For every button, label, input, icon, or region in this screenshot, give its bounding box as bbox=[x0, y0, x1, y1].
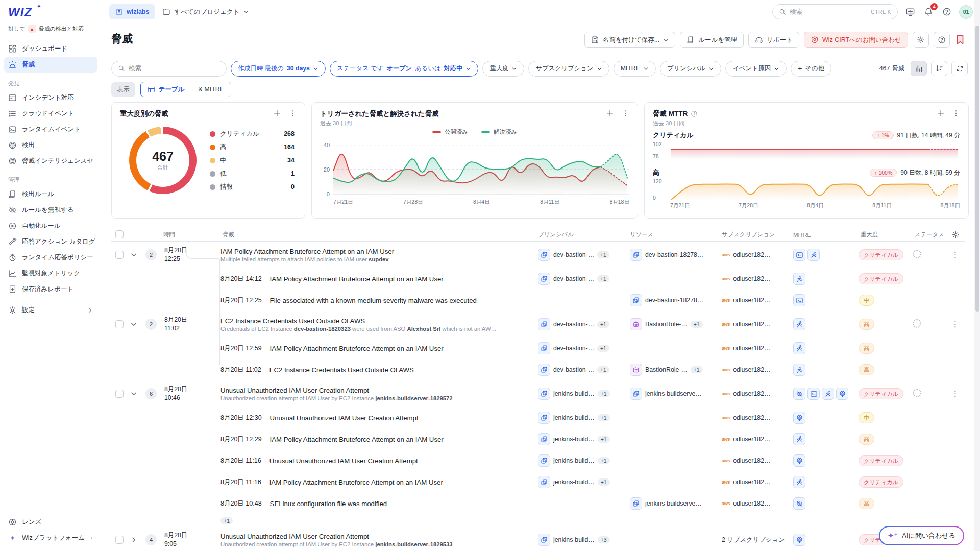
runner-icon[interactable] bbox=[793, 364, 805, 376]
threat-title[interactable]: SELinux configuration file was modified bbox=[270, 500, 387, 508]
threat-title[interactable]: EC2 Instance Credentials Used Outside Of… bbox=[270, 366, 414, 374]
credential-icon[interactable] bbox=[836, 388, 848, 400]
terminal-icon[interactable] bbox=[793, 294, 805, 306]
terminal-icon[interactable] bbox=[807, 388, 820, 400]
settings-button[interactable] bbox=[913, 32, 929, 48]
kebab-menu-icon[interactable]: ⋮ bbox=[946, 250, 965, 259]
sidebar-item[interactable]: ランタイムイベント bbox=[4, 122, 97, 137]
table-row-group[interactable]: 68月20日10:46Unusual Unauthorized IAM User… bbox=[111, 380, 965, 407]
activity-monitor-icon[interactable] bbox=[904, 6, 916, 18]
threat-title[interactable]: Unusual Unauthorized IAM User Creation A… bbox=[220, 533, 524, 540]
table-row[interactable]: 8月20日 10:48SELinux configuration file wa… bbox=[111, 493, 965, 514]
refresh-icon[interactable] bbox=[951, 61, 968, 76]
threat-title[interactable]: Unusual Unauthorized IAM User Creation A… bbox=[270, 457, 418, 465]
tab-table[interactable]: テーブル bbox=[140, 82, 192, 97]
runner-icon[interactable] bbox=[793, 433, 805, 445]
sidebar-item[interactable]: 検出ルール bbox=[4, 186, 97, 202]
table-row[interactable]: 8月20日 11:02EC2 Instance Credentials Used… bbox=[111, 359, 965, 380]
table-row[interactable]: 8月20日 12:25File associated with a known … bbox=[111, 290, 965, 311]
credential-icon[interactable] bbox=[793, 412, 805, 424]
table-row[interactable]: 8月20日 12:30Unusual Unauthorized IAM User… bbox=[111, 407, 965, 428]
threat-title[interactable]: IAM Policy Attachment Bruteforce Attempt… bbox=[270, 478, 443, 486]
runner-icon[interactable] bbox=[793, 342, 805, 354]
global-search[interactable]: CTRL K bbox=[772, 4, 898, 19]
avatar[interactable]: 01 bbox=[959, 5, 973, 19]
filter-pill[interactable]: +その他 bbox=[791, 61, 831, 77]
threat-title[interactable]: File associated with a known medium seve… bbox=[270, 297, 477, 304]
eye-off-icon[interactable] bbox=[793, 388, 805, 400]
sidebar-item[interactable]: 監視対象メトリック bbox=[4, 266, 97, 281]
help-button[interactable] bbox=[934, 32, 950, 48]
sidebar-item[interactable]: 脅威インテリジェンスセ bbox=[4, 153, 97, 169]
runner-icon[interactable] bbox=[793, 476, 805, 488]
row-checkbox[interactable] bbox=[115, 536, 124, 544]
threat-title[interactable]: Unusual Unauthorized IAM User Creation A… bbox=[270, 414, 419, 422]
sidebar-item[interactable]: ランタイム応答ポリシー bbox=[4, 250, 97, 266]
more-count-chip[interactable]: +1 bbox=[597, 275, 609, 282]
info-icon[interactable] bbox=[691, 110, 698, 117]
sidebar-item[interactable]: 応答アクション カタログ bbox=[4, 234, 97, 250]
threat-title[interactable]: EC2 Instance Credentials Used Outside Of… bbox=[220, 317, 524, 325]
filter-pill[interactable]: ステータス です オープン あるいは 対応中 bbox=[330, 61, 479, 77]
filter-pill[interactable]: プリンシパル bbox=[660, 61, 722, 77]
threat-title[interactable]: IAM Policy Attachment Bruteforce Attempt… bbox=[270, 345, 444, 352]
threat-title[interactable]: IAM Policy Attachment Bruteforce Attempt… bbox=[220, 248, 524, 255]
sidebar-item[interactable]: 設定 bbox=[4, 302, 97, 318]
chevron-down-icon[interactable] bbox=[127, 390, 141, 397]
legend-item[interactable]: クリティカル268 bbox=[210, 130, 295, 138]
legend-item[interactable]: 高164 bbox=[210, 143, 295, 152]
table-search[interactable] bbox=[111, 61, 227, 77]
more-count-chip[interactable]: +1 bbox=[597, 366, 609, 373]
bell-icon[interactable]: 4 bbox=[922, 6, 935, 18]
filter-pill[interactable]: MITRE bbox=[614, 61, 656, 77]
threat-title[interactable]: IAM Policy Attachment Bruteforce Attempt… bbox=[270, 275, 444, 283]
tab-mitre[interactable]: & MITRE bbox=[191, 82, 231, 97]
table-row[interactable]: 8月20日 11:16IAM Policy Attachment Brutefo… bbox=[111, 471, 965, 493]
table-row-group[interactable]: 48月20日9:05Unusual Unauthorized IAM User … bbox=[111, 526, 965, 551]
filter-pill[interactable]: イベント原因 bbox=[725, 61, 787, 77]
save-as-button[interactable]: 名前を付けて保存... bbox=[584, 32, 675, 48]
runner-icon[interactable] bbox=[807, 249, 820, 261]
kebab-menu-icon[interactable] bbox=[952, 109, 960, 117]
sidebar-item[interactable]: インシデント対応 bbox=[4, 90, 97, 106]
contact-cirt-button[interactable]: Wiz CIRTへのお問い合わせ bbox=[804, 32, 908, 48]
ask-ai-button[interactable]: ✦⁺AIに問い合わせる bbox=[879, 526, 964, 545]
sidebar-item[interactable]: 検出 bbox=[4, 137, 97, 153]
table-row[interactable]: +1 bbox=[111, 514, 965, 526]
chevron-right-icon[interactable] bbox=[127, 536, 141, 543]
table-row-group[interactable]: 28月20日12:25IAM Policy Attachment Brutefo… bbox=[111, 242, 965, 268]
threat-title[interactable]: Unusual Unauthorized IAM User Creation A… bbox=[220, 387, 524, 394]
terminal-icon[interactable] bbox=[793, 249, 805, 261]
chevron-down-icon[interactable] bbox=[127, 321, 141, 328]
select-all-checkbox[interactable] bbox=[115, 230, 124, 238]
more-count-chip[interactable]: +1 bbox=[598, 478, 610, 486]
kebab-menu-icon[interactable] bbox=[288, 109, 297, 117]
sidebar-footer-item[interactable]: レンズ bbox=[4, 514, 97, 530]
eye-off-icon[interactable] bbox=[793, 497, 805, 510]
more-count-chip[interactable]: +1 bbox=[597, 345, 609, 352]
credential-icon[interactable] bbox=[793, 534, 805, 546]
context-switcher[interactable]: 対して ▴ 脅威の検出と対応 bbox=[4, 19, 97, 36]
runner-icon[interactable] bbox=[793, 273, 805, 285]
sidebar-footer-item[interactable]: ✦Wizプラットフォーム bbox=[4, 530, 97, 546]
sidebar-item[interactable]: 保存済みレポート bbox=[4, 281, 97, 297]
more-count-chip[interactable]: +1 bbox=[597, 251, 609, 258]
sidebar-item[interactable]: ルールを無視する bbox=[4, 202, 97, 218]
global-search-input[interactable] bbox=[790, 8, 867, 15]
column-settings-icon[interactable] bbox=[952, 231, 960, 238]
table-row[interactable]: 8月20日 12:59IAM Policy Attachment Brutefo… bbox=[111, 338, 965, 359]
sidebar-item[interactable]: ダッシュボード bbox=[4, 41, 97, 57]
filter-pill[interactable]: 作成日時 最後の 30 days bbox=[231, 61, 326, 77]
kebab-menu-icon[interactable]: ⋮ bbox=[946, 389, 965, 398]
plus-icon[interactable] bbox=[606, 109, 614, 117]
table-row[interactable]: 8月20日 11:16Unusual Unauthorized IAM User… bbox=[111, 450, 965, 471]
status-open-indicator[interactable] bbox=[913, 389, 921, 397]
more-count-chip[interactable]: +3 bbox=[598, 536, 610, 543]
table-row[interactable]: 8月20日 14:12IAM Policy Attachment Brutefo… bbox=[111, 268, 965, 290]
status-open-indicator[interactable] bbox=[913, 250, 921, 258]
row-checkbox[interactable] bbox=[115, 251, 124, 259]
filter-pill[interactable]: 重大度 bbox=[482, 61, 524, 77]
more-count-chip[interactable]: +1 bbox=[598, 457, 610, 464]
sidebar-item[interactable]: 自動化ルール bbox=[4, 218, 97, 234]
sidebar-item[interactable]: クラウドイベント bbox=[4, 106, 97, 122]
